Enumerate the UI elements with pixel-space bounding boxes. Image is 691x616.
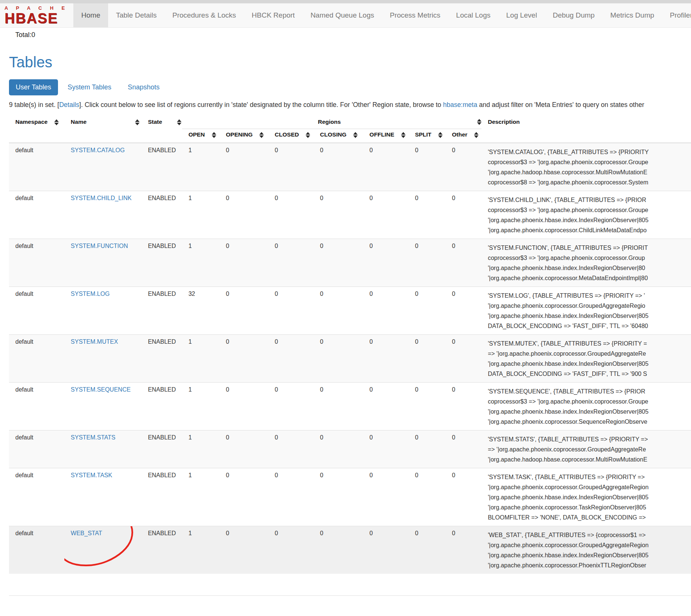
regions-offline-count[interactable]: 0 [363, 191, 409, 239]
sort-icon[interactable] [477, 119, 481, 125]
regions-split-count[interactable]: 0 [409, 191, 446, 239]
col-header-regions-group[interactable]: Regions [182, 115, 481, 129]
regions-open-count[interactable]: 1 [182, 468, 220, 526]
regions-closed-count[interactable]: 0 [268, 191, 314, 239]
nav-item-process-metrics[interactable]: Process Metrics [382, 3, 448, 27]
regions-other-count[interactable]: 0 [446, 335, 481, 383]
regions-offline-count[interactable]: 0 [363, 526, 409, 574]
tab-user-tables[interactable]: User Tables [9, 79, 58, 95]
col-header-split[interactable]: SPLIT [409, 129, 446, 143]
sort-icon[interactable] [438, 132, 443, 138]
regions-other-count[interactable]: 0 [446, 383, 481, 430]
table-name-link[interactable]: SYSTEM.LOG [71, 291, 110, 297]
regions-opening-count[interactable]: 0 [220, 143, 269, 191]
table-name-link[interactable]: WEB_STAT [71, 530, 102, 536]
regions-opening-count[interactable]: 0 [220, 430, 269, 468]
col-header-closing[interactable]: CLOSING [314, 129, 363, 143]
nav-item-named-queue-logs[interactable]: Named Queue Logs [303, 3, 382, 27]
col-header-namespace[interactable]: Namespace [9, 115, 64, 143]
regions-offline-count[interactable]: 0 [363, 239, 409, 287]
nav-item-local-logs[interactable]: Local Logs [448, 3, 498, 27]
regions-other-count[interactable]: 0 [446, 468, 481, 526]
regions-open-count[interactable]: 1 [182, 526, 220, 574]
table-name-link[interactable]: SYSTEM.SEQUENCE [71, 386, 131, 393]
regions-open-count[interactable]: 1 [182, 143, 220, 191]
regions-open-count[interactable]: 1 [182, 430, 220, 468]
tab-system-tables[interactable]: System Tables [61, 79, 118, 95]
table-name-link[interactable]: SYSTEM.TASK [71, 472, 112, 478]
regions-closing-count[interactable]: 0 [314, 287, 363, 335]
regions-opening-count[interactable]: 0 [220, 287, 269, 335]
nav-item-table-details[interactable]: Table Details [108, 3, 165, 27]
regions-open-count[interactable]: 1 [182, 383, 220, 430]
table-name-link[interactable]: SYSTEM.FUNCTION [71, 243, 128, 249]
sort-icon[interactable] [135, 119, 140, 125]
regions-closed-count[interactable]: 0 [268, 526, 314, 574]
col-header-name[interactable]: Name [64, 115, 141, 143]
sort-icon[interactable] [401, 132, 406, 138]
regions-closing-count[interactable]: 0 [314, 191, 363, 239]
col-header-state[interactable]: State [141, 115, 182, 143]
col-header-offline[interactable]: OFFLINE [363, 129, 409, 143]
regions-opening-count[interactable]: 0 [220, 335, 269, 383]
regions-closed-count[interactable]: 0 [268, 468, 314, 526]
nav-item-hbck-report[interactable]: HBCK Report [244, 3, 303, 27]
regions-closed-count[interactable]: 0 [268, 383, 314, 430]
regions-split-count[interactable]: 0 [409, 383, 446, 430]
regions-other-count[interactable]: 0 [446, 526, 481, 574]
table-name-link[interactable]: SYSTEM.STATS [71, 434, 115, 441]
regions-open-count[interactable]: 1 [182, 239, 220, 287]
regions-split-count[interactable]: 0 [409, 143, 446, 191]
sort-icon[interactable] [306, 132, 310, 138]
details-link[interactable]: Details [59, 101, 79, 108]
regions-closed-count[interactable]: 0 [268, 143, 314, 191]
regions-offline-count[interactable]: 0 [363, 287, 409, 335]
regions-other-count[interactable]: 0 [446, 430, 481, 468]
table-name-link[interactable]: SYSTEM.CHILD_LINK [71, 195, 132, 201]
regions-closing-count[interactable]: 0 [314, 526, 363, 574]
nav-item-home[interactable]: Home [73, 3, 108, 27]
regions-closed-count[interactable]: 0 [268, 287, 314, 335]
regions-split-count[interactable]: 0 [409, 335, 446, 383]
col-header-closed[interactable]: CLOSED [268, 129, 314, 143]
regions-closing-count[interactable]: 0 [314, 239, 363, 287]
hbase-meta-link[interactable]: hbase:meta [443, 101, 477, 108]
regions-offline-count[interactable]: 0 [363, 430, 409, 468]
regions-closing-count[interactable]: 0 [314, 383, 363, 430]
regions-closed-count[interactable]: 0 [268, 239, 314, 287]
regions-open-count[interactable]: 1 [182, 191, 220, 239]
table-name-link[interactable]: SYSTEM.MUTEX [71, 338, 118, 345]
regions-open-count[interactable]: 32 [182, 287, 220, 335]
hbase-logo[interactable]: A P A C H E HBASE [0, 3, 68, 27]
regions-closing-count[interactable]: 0 [314, 468, 363, 526]
regions-opening-count[interactable]: 0 [220, 468, 269, 526]
regions-opening-count[interactable]: 0 [220, 526, 269, 574]
nav-item-profiler[interactable]: Profiler [662, 3, 691, 27]
col-header-open[interactable]: OPEN [182, 129, 220, 143]
regions-opening-count[interactable]: 0 [220, 239, 269, 287]
col-header-other[interactable]: Other [446, 129, 481, 143]
tab-snapshots[interactable]: Snapshots [121, 79, 166, 95]
sort-icon[interactable] [353, 132, 358, 138]
regions-split-count[interactable]: 0 [409, 239, 446, 287]
regions-split-count[interactable]: 0 [409, 287, 446, 335]
regions-other-count[interactable]: 0 [446, 287, 481, 335]
col-header-opening[interactable]: OPENING [220, 129, 269, 143]
regions-closed-count[interactable]: 0 [268, 335, 314, 383]
regions-other-count[interactable]: 0 [446, 239, 481, 287]
regions-opening-count[interactable]: 0 [220, 383, 269, 430]
table-name-link[interactable]: SYSTEM.CATALOG [71, 147, 125, 153]
col-header-description[interactable]: Description [481, 115, 691, 143]
nav-item-debug-dump[interactable]: Debug Dump [545, 3, 602, 27]
regions-closing-count[interactable]: 0 [314, 335, 363, 383]
regions-split-count[interactable]: 0 [409, 526, 446, 574]
regions-split-count[interactable]: 0 [409, 468, 446, 526]
regions-other-count[interactable]: 0 [446, 191, 481, 239]
regions-offline-count[interactable]: 0 [363, 335, 409, 383]
sort-icon[interactable] [474, 132, 478, 138]
regions-closing-count[interactable]: 0 [314, 430, 363, 468]
regions-opening-count[interactable]: 0 [220, 191, 269, 239]
nav-item-procedures-locks[interactable]: Procedures & Locks [165, 3, 244, 27]
regions-offline-count[interactable]: 0 [363, 468, 409, 526]
nav-item-metrics-dump[interactable]: Metrics Dump [602, 3, 662, 27]
